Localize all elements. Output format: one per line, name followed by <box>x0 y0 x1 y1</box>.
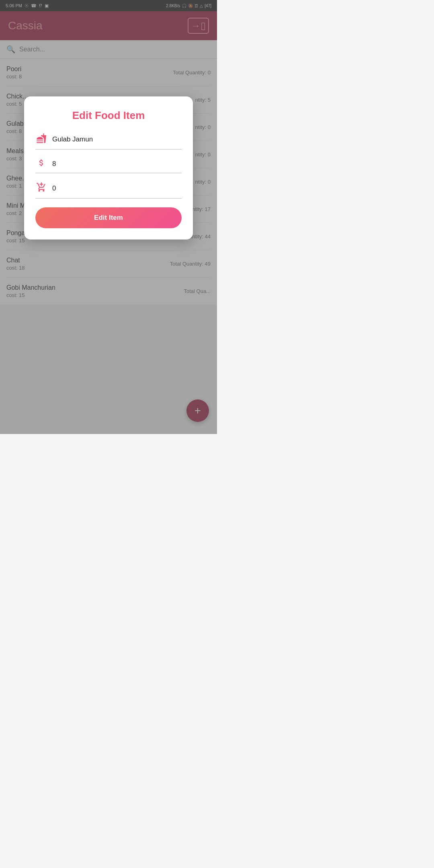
food-price-field <box>35 158 182 173</box>
food-name-input[interactable] <box>52 135 182 143</box>
modal-title: Edit Food Item <box>35 109 182 122</box>
food-quantity-field <box>35 182 182 199</box>
food-price-input[interactable] <box>52 160 182 168</box>
food-name-field <box>35 133 182 149</box>
food-icon <box>35 133 47 146</box>
edit-food-item-modal: Edit Food Item Edit Item <box>24 96 193 240</box>
food-quantity-input[interactable] <box>52 184 182 192</box>
cart-icon <box>35 182 47 195</box>
edit-item-button[interactable]: Edit Item <box>35 207 182 228</box>
dollar-icon <box>35 158 47 170</box>
